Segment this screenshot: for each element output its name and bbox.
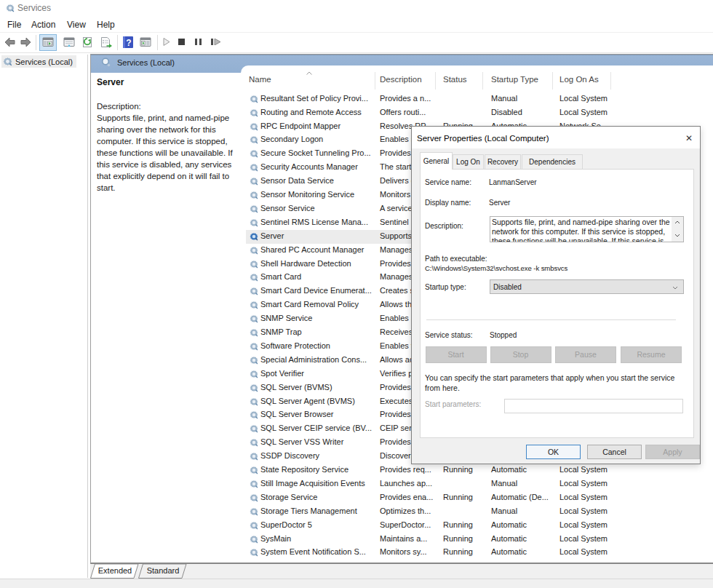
svg-text:?: ? bbox=[126, 38, 131, 48]
